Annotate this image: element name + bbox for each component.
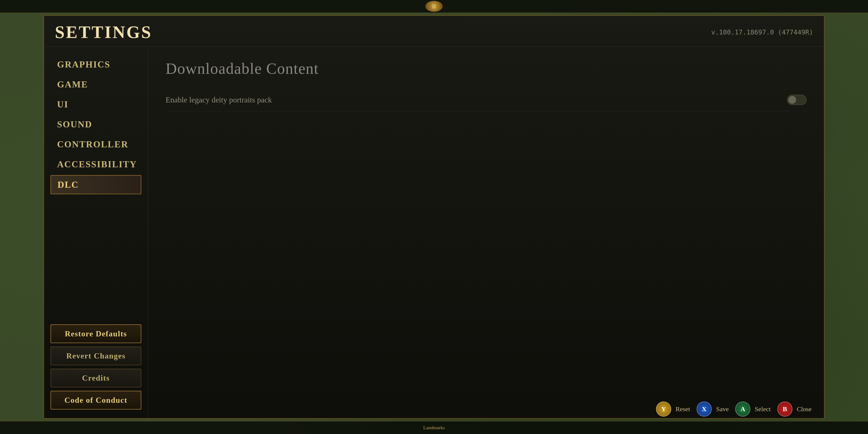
toggle-knob <box>788 96 796 104</box>
save-label: Save <box>716 405 729 413</box>
y-button[interactable]: Y <box>656 401 671 416</box>
close-label: Close <box>797 405 812 413</box>
dialog-header: SETTINGS v.100.17.18697.0 (477449R) <box>44 16 824 46</box>
version-text: v.100.17.18697.0 (477449R) <box>711 28 813 36</box>
settings-title: SETTINGS <box>55 22 152 42</box>
sidebar-item-ui[interactable]: UI <box>51 95 141 114</box>
game-logo: II <box>425 1 443 12</box>
landmarks-label: Landmarks <box>423 425 445 431</box>
sidebar-item-sound[interactable]: SOUND <box>51 115 141 133</box>
revert-changes-button[interactable]: Revert Changes <box>51 346 141 365</box>
main-content: Downloadable Content Enable legacy deity… <box>148 46 824 418</box>
b-button[interactable]: B <box>777 401 793 416</box>
bottom-buttons: Restore Defaults Revert Changes Credits … <box>51 318 141 409</box>
select-label: Select <box>755 405 771 413</box>
reset-label: Reset <box>676 405 690 413</box>
sidebar-item-accessibility[interactable]: ACCESSIBILITY <box>51 155 141 174</box>
sidebar-item-dlc[interactable]: DLC <box>51 175 141 194</box>
select-btn-group: A Select <box>735 401 771 416</box>
top-bar: II <box>0 0 868 13</box>
a-button[interactable]: A <box>735 401 750 416</box>
bottom-bar: Landmarks <box>0 421 868 434</box>
setting-row-legacy-deity: Enable legacy deity portraits pack <box>165 89 807 111</box>
sidebar-item-controller[interactable]: CONTROLLER <box>51 135 141 153</box>
settings-dialog: SETTINGS v.100.17.18697.0 (477449R) GRAP… <box>43 15 825 419</box>
legacy-deity-label: Enable legacy deity portraits pack <box>165 95 272 104</box>
nav-items-list: GRAPHICS GAME UI SOUND CONTROLLER ACCESS… <box>51 55 141 318</box>
legacy-deity-toggle[interactable] <box>787 95 807 105</box>
sidebar-item-graphics[interactable]: GRAPHICS <box>51 55 141 73</box>
close-btn-group: B Close <box>777 401 812 416</box>
credits-button[interactable]: Credits <box>51 369 141 388</box>
sidebar-item-game[interactable]: GAME <box>51 75 141 94</box>
save-btn-group: X Save <box>696 401 729 416</box>
dialog-body: GRAPHICS GAME UI SOUND CONTROLLER ACCESS… <box>44 46 824 418</box>
restore-defaults-button[interactable]: Restore Defaults <box>51 324 141 343</box>
logo-text: II <box>432 3 436 10</box>
sidebar-nav: GRAPHICS GAME UI SOUND CONTROLLER ACCESS… <box>44 46 148 418</box>
code-of-conduct-button[interactable]: Code of Conduct <box>51 391 141 409</box>
x-button[interactable]: X <box>696 401 712 416</box>
controller-action-bar: Y Reset X Save A Select B Close <box>656 401 812 416</box>
reset-btn-group: Y Reset <box>656 401 690 416</box>
section-title: Downloadable Content <box>165 60 807 78</box>
